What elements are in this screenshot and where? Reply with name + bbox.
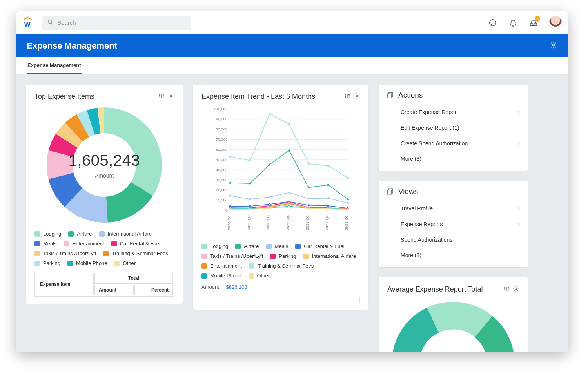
legend-label: Meals	[275, 243, 289, 249]
legend-label: Car Rental & Fuel	[304, 243, 344, 249]
legend-item[interactable]: Car Rental & Fuel	[295, 243, 344, 249]
line-chart[interactable]: 010,00020,00030,00040,00050,00060,00070,…	[201, 105, 360, 235]
svg-point-134	[327, 208, 329, 210]
card-title: Top Expense Items	[34, 92, 94, 101]
col-expense-item: Expense Item	[36, 273, 94, 295]
svg-point-60	[249, 160, 251, 161]
svg-point-26	[345, 94, 346, 96]
svg-point-130	[249, 208, 251, 210]
list-item[interactable]: Create Expense Report›	[379, 104, 528, 120]
svg-rect-136	[387, 94, 392, 98]
svg-point-11	[170, 95, 172, 97]
legend-item[interactable]: Meals	[266, 243, 289, 249]
search-icon	[47, 19, 53, 27]
legend-item[interactable]: Training & Seminar Fees	[249, 263, 314, 269]
svg-point-129	[229, 208, 231, 210]
legend-item[interactable]: Other	[114, 260, 136, 266]
legend-item[interactable]: Lodging	[201, 243, 228, 249]
svg-text:2021-Q1: 2021-Q1	[305, 215, 309, 230]
legend-item[interactable]: Airfare	[68, 231, 92, 237]
list-item[interactable]: Travel Profile›	[379, 201, 528, 216]
list-item[interactable]: More (3)	[379, 248, 528, 263]
donut-chart[interactable]: 1,605,243 Amount	[45, 106, 163, 224]
legend-item[interactable]: International Airfare	[99, 231, 152, 237]
tab-expense-management[interactable]: Expense Management	[27, 57, 82, 74]
card-title: Average Expense Report Total	[387, 285, 483, 294]
legend-item[interactable]: Mobile Phone	[67, 260, 107, 266]
legend-label: Training & Seminar Fees	[112, 250, 168, 256]
amount-label: Amount	[201, 284, 219, 290]
svg-text:2020-Q1: 2020-Q1	[227, 215, 231, 230]
legend-item[interactable]: Mobile Phone	[201, 273, 241, 279]
legend-swatch	[103, 251, 109, 256]
svg-point-64	[327, 165, 329, 167]
list-item-label: Edit Expense Report (1)	[401, 125, 459, 131]
legend-item[interactable]: Lodging	[34, 231, 61, 237]
svg-point-61	[269, 113, 270, 115]
trend-amount-row: Amount $826,108	[201, 284, 360, 290]
col-total: Total	[94, 273, 173, 284]
gear-icon[interactable]	[354, 93, 360, 101]
svg-text:2021-Q3: 2021-Q3	[344, 215, 348, 230]
legend-label: Other	[123, 260, 136, 266]
sliders-icon[interactable]	[158, 93, 165, 101]
sliders-icon[interactable]	[344, 93, 350, 101]
donut-chart[interactable]	[390, 301, 516, 352]
svg-point-135	[347, 208, 349, 210]
gear-icon[interactable]	[513, 286, 519, 294]
inbox-icon[interactable]: 6	[528, 18, 539, 28]
legend-item[interactable]: International Airfare	[303, 253, 356, 259]
right-column: Actions Create Expense Report›Edit Expen…	[379, 85, 528, 352]
legend-item[interactable]: Taxis / Trains /Uber/Lyft	[201, 253, 263, 259]
list-item[interactable]: Edit Expense Report (1)›	[379, 120, 528, 136]
legend-item[interactable]: Other	[249, 273, 270, 279]
sliders-icon[interactable]	[503, 286, 510, 294]
legend-item[interactable]: Car Rental & Fuel	[111, 241, 160, 246]
gear-icon[interactable]	[168, 93, 174, 101]
list-item[interactable]: Create Spend Authorization›	[379, 136, 528, 151]
svg-point-1	[48, 20, 52, 23]
svg-point-62	[288, 123, 290, 125]
svg-point-142	[506, 289, 507, 290]
search-input[interactable]	[57, 19, 187, 26]
list-item-label: Create Spend Authorization	[401, 140, 468, 147]
svg-text:2020-Q3: 2020-Q3	[266, 215, 270, 230]
svg-point-3	[490, 19, 496, 26]
gear-icon[interactable]	[550, 41, 557, 51]
legend-label: International Airfare	[108, 231, 152, 237]
search-box[interactable]	[42, 16, 191, 30]
chat-icon[interactable]	[488, 18, 498, 28]
legend-label: Taxis / Trains /Uber/Lyft	[43, 250, 96, 256]
amount-value[interactable]: $826,108	[226, 284, 247, 290]
legend-item[interactable]: Parking	[34, 260, 60, 266]
list-item-label: Spend Authorizations	[401, 237, 452, 243]
panel-views: Views Travel Profile›Expense Reports›Spe…	[379, 181, 528, 267]
chevron-right-icon: ›	[518, 236, 520, 243]
legend-label: Airfare	[77, 231, 92, 237]
legend: LodgingAirfareInternational AirfareMeals…	[34, 231, 174, 266]
svg-rect-137	[387, 190, 392, 194]
legend-item[interactable]: Taxis / Trains /Uber/Lyft	[34, 250, 96, 256]
stack-icon	[387, 92, 394, 99]
legend-label: Entertainment	[73, 241, 104, 246]
legend-item[interactable]: Meals	[34, 241, 57, 246]
avatar[interactable]	[549, 16, 562, 29]
svg-point-70	[308, 187, 310, 188]
bell-icon[interactable]	[508, 18, 518, 28]
workday-logo: W	[22, 17, 34, 29]
legend-item[interactable]: Training & Seminar Fees	[103, 250, 168, 256]
svg-point-59	[229, 156, 231, 158]
legend-swatch	[34, 261, 40, 266]
legend-item[interactable]: Parking	[270, 253, 296, 259]
legend-item[interactable]: Entertainment	[64, 241, 104, 246]
legend-item[interactable]: Airfare	[235, 243, 259, 249]
svg-point-63	[308, 163, 310, 165]
svg-text:50,000: 50,000	[216, 158, 228, 162]
list-item[interactable]: Spend Authorizations›	[379, 232, 528, 248]
svg-point-85	[327, 205, 329, 207]
list-item[interactable]: Expense Reports›	[379, 216, 528, 232]
legend-item[interactable]: Entertainment	[201, 263, 242, 269]
legend-swatch	[235, 244, 241, 249]
svg-text:90,000: 90,000	[216, 117, 228, 121]
list-item[interactable]: More (3)	[379, 151, 528, 166]
